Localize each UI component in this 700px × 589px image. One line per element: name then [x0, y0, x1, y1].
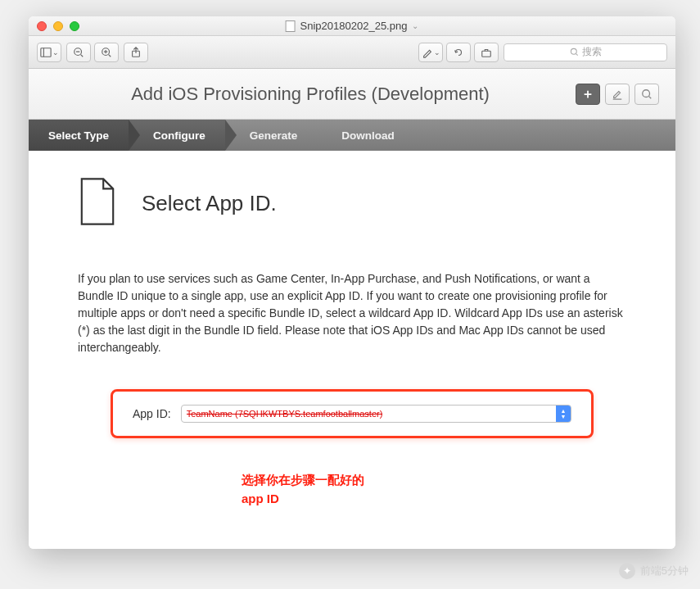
minimize-window-button[interactable] — [53, 21, 63, 31]
watermark: ✦ 前端5分钟 — [619, 563, 689, 579]
wechat-icon: ✦ — [619, 563, 635, 579]
step-generate: Generate — [225, 120, 318, 151]
window-controls — [29, 21, 79, 31]
close-window-button[interactable] — [37, 21, 47, 31]
step-navigation: Select Type Configure Generate Download — [29, 120, 675, 151]
search-input[interactable]: 搜索 — [504, 43, 667, 61]
annotation-line1: 选择你在步骤一配好的 — [242, 471, 626, 490]
annotation-text: 选择你在步骤一配好的 app ID — [242, 471, 626, 508]
filename-label: Snip20180202_25.png — [300, 20, 408, 32]
zoom-out-button[interactable] — [66, 43, 91, 62]
step-download: Download — [317, 120, 414, 151]
search-placeholder: 搜索 — [582, 45, 602, 59]
rotate-button[interactable] — [446, 43, 471, 62]
markup-button[interactable]: ⌄ — [418, 43, 443, 62]
app-id-highlight-box: App ID: TeamName (7SQHKWTBYS.teamfootbal… — [111, 389, 594, 438]
toolbar: ⌄ ⌄ 搜 — [29, 36, 675, 69]
svg-rect-10 — [482, 51, 491, 57]
edit-button[interactable] — [605, 84, 630, 105]
titlebar: Snip20180202_25.png ⌄ — [29, 16, 675, 36]
chevron-down-icon[interactable]: ⌄ — [412, 21, 418, 30]
svg-line-12 — [576, 54, 577, 56]
svg-line-6 — [109, 54, 111, 57]
page-header: Add iOS Provisioning Profiles (Developme… — [29, 69, 675, 120]
annotation-line2: app ID — [242, 490, 626, 509]
sidebar-toggle-button[interactable]: ⌄ — [37, 43, 61, 62]
select-arrows-icon: ▲▼ — [556, 406, 571, 422]
page-title: Add iOS Provisioning Profiles (Developme… — [45, 84, 576, 105]
preview-window: Snip20180202_25.png ⌄ ⌄ ⌄ — [29, 16, 675, 549]
maximize-window-button[interactable] — [70, 21, 79, 31]
svg-point-11 — [571, 48, 576, 54]
share-button[interactable] — [124, 43, 148, 62]
file-icon — [286, 20, 296, 32]
app-id-value: TeamName (7SQHKWTBYS.teamfootballmaster) — [187, 409, 383, 419]
svg-point-16 — [643, 89, 650, 97]
watermark-text: 前端5分钟 — [640, 564, 689, 578]
main-content: Select App ID. If you plan to use servic… — [29, 151, 675, 549]
add-button[interactable] — [576, 84, 600, 105]
search-button[interactable] — [635, 84, 659, 105]
svg-rect-0 — [40, 48, 50, 57]
document-icon — [78, 177, 117, 229]
toolbox-button[interactable] — [474, 43, 499, 62]
window-title: Snip20180202_25.png ⌄ — [286, 20, 419, 32]
zoom-in-button[interactable] — [94, 43, 119, 62]
step-configure[interactable]: Configure — [129, 120, 225, 151]
section-description: If you plan to use services such as Game… — [78, 270, 626, 356]
app-id-select[interactable]: TeamName (7SQHKWTBYS.teamfootballmaster)… — [181, 405, 571, 423]
svg-line-17 — [649, 96, 652, 98]
svg-line-3 — [81, 54, 84, 57]
step-select-type[interactable]: Select Type — [29, 120, 129, 151]
app-id-label: App ID: — [133, 407, 171, 420]
section-heading: Select App ID. — [142, 191, 277, 216]
content-area: Add iOS Provisioning Profiles (Developme… — [29, 69, 675, 549]
